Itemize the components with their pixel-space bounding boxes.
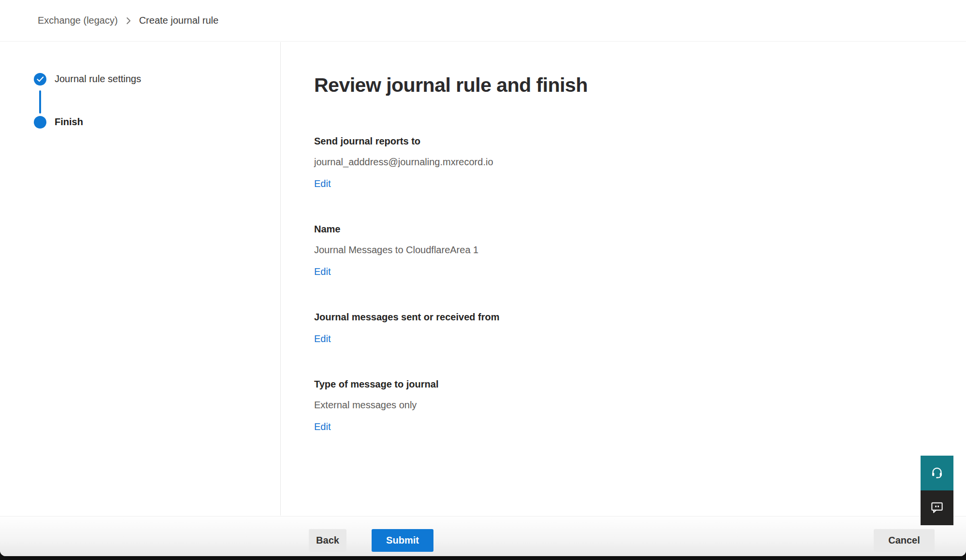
headset-icon [930,465,944,481]
chevron-right-icon [126,16,131,25]
section-value: Journal Messages to CloudflareArea 1 [314,243,966,257]
help-support-button[interactable] [921,456,953,490]
breadcrumb: Exchange (legacy) Create journal rule [0,0,966,42]
step-connector-line [39,90,41,114]
section-value: journal_adddress@journaling.mxrecord.io [314,155,966,169]
wizard-step-journal-rule-settings[interactable]: Journal rule settings [34,72,141,86]
edit-send-journal-reports-link[interactable]: Edit [314,177,331,190]
back-button[interactable]: Back [309,529,346,552]
review-section-send-journal-reports-to: Send journal reports to journal_adddress… [314,134,966,190]
filled-circle-icon [34,116,46,129]
page-title: Review journal rule and finish [314,72,966,99]
breadcrumb-link-exchange-legacy[interactable]: Exchange (legacy) [38,15,118,26]
feedback-bubble-icon [930,500,944,516]
wizard-step-label: Journal rule settings [55,72,141,86]
edit-journal-messages-scope-link[interactable]: Edit [314,332,331,345]
main-content: Review journal rule and finish Send jour… [281,42,966,516]
wizard-steps-panel: Journal rule settings Finish [0,42,281,516]
submit-button[interactable]: Submit [372,529,433,552]
feedback-button[interactable] [921,490,953,525]
check-icon [34,73,46,86]
app-window: Exchange (legacy) Create journal rule Jo… [0,0,966,556]
edit-name-link[interactable]: Edit [314,265,331,278]
section-label: Type of message to journal [314,377,966,391]
wizard-step-label: Finish [55,115,83,129]
review-section-name: Name Journal Messages to CloudflareArea … [314,222,966,278]
edit-message-type-link[interactable]: Edit [314,420,331,433]
footer-action-bar: Back Submit Cancel [0,516,966,556]
wizard-step-finish[interactable]: Finish [34,115,83,129]
section-value: External messages only [314,398,966,412]
breadcrumb-current-page: Create journal rule [139,15,219,26]
review-section-message-type: Type of message to journal External mess… [314,377,966,433]
review-section-journal-messages-scope: Journal messages sent or received from E… [314,310,966,345]
cancel-button[interactable]: Cancel [874,529,935,552]
section-label: Send journal reports to [314,134,966,148]
section-label: Journal messages sent or received from [314,310,966,324]
section-label: Name [314,222,966,236]
